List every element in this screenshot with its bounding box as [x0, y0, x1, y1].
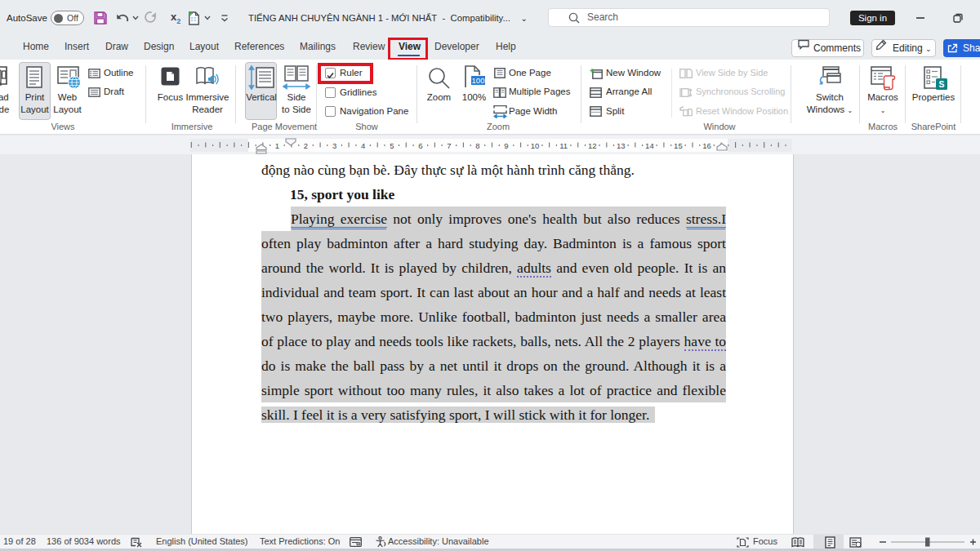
svg-text:1: 1	[275, 141, 279, 150]
svg-text:16: 16	[702, 141, 711, 150]
svg-text:12: 12	[588, 141, 597, 150]
svg-text:13: 13	[617, 141, 626, 150]
svg-text:3: 3	[332, 141, 336, 150]
svg-text:14: 14	[645, 141, 654, 150]
svg-text:6: 6	[418, 141, 422, 150]
svg-text:4: 4	[361, 141, 365, 150]
svg-text:7: 7	[447, 141, 451, 150]
svg-text:2: 2	[304, 141, 308, 150]
svg-text:5: 5	[390, 141, 394, 150]
svg-text:15: 15	[674, 141, 683, 150]
svg-text:9: 9	[504, 141, 508, 150]
svg-text:8: 8	[475, 141, 479, 150]
svg-text:11: 11	[559, 141, 568, 150]
svg-text:10: 10	[531, 141, 540, 150]
